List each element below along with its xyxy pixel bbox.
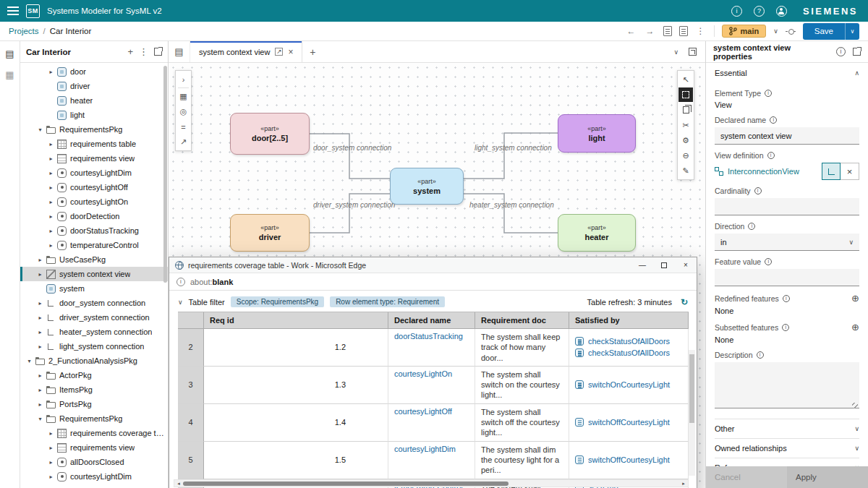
chevron-right-icon[interactable]: ▸ — [35, 314, 45, 321]
description-textarea[interactable] — [715, 362, 859, 408]
explorer-overflow-icon[interactable] — [139, 46, 148, 57]
section-references[interactable]: References — [715, 458, 859, 466]
browse-view-definition-button[interactable] — [822, 163, 841, 180]
expand-owned-relationships-icon[interactable] — [854, 445, 859, 452]
declared-name-link[interactable]: courtesyLightOn — [394, 369, 452, 378]
chevron-right-icon[interactable]: ▸ — [35, 343, 45, 350]
section-essential[interactable]: Essential — [715, 63, 859, 82]
edge-browser-window[interactable]: requirements coverage table - Work - Mic… — [169, 257, 697, 488]
table-filter-label[interactable]: Table filter — [189, 298, 225, 307]
tree-item-system-context-view[interactable]: ▸system context view — [20, 267, 168, 281]
tree-item-alldoorsclosed[interactable]: ▸allDoorsClosed — [20, 455, 168, 469]
diagram-node-light[interactable]: «part» light — [558, 114, 636, 153]
cut-tool-icon[interactable] — [678, 118, 693, 132]
tree-item-courtesylightdim[interactable]: ▸courtesyLightDim — [20, 166, 168, 180]
library-panel-icon[interactable] — [5, 69, 14, 80]
diagram-node-system[interactable]: «part» system — [390, 168, 464, 205]
info-icon[interactable]: i — [731, 6, 742, 17]
tree-item-door-system-connection[interactable]: ▸door_system connection — [20, 296, 168, 310]
feature-value-info-icon[interactable] — [765, 258, 772, 265]
cancel-button[interactable]: Cancel — [706, 466, 787, 488]
tree-item-heater[interactable]: heater — [20, 93, 168, 108]
satisfied-by-link[interactable]: checkStatusOfAllDoors — [588, 348, 670, 357]
direction-select[interactable] — [715, 234, 859, 251]
model-tree-icon[interactable] — [5, 48, 14, 59]
chevron-right-icon[interactable]: ▸ — [46, 141, 56, 147]
light-system-connector[interactable] — [464, 133, 558, 179]
maximize-window-icon[interactable] — [653, 257, 675, 273]
edit-tool-icon[interactable] — [678, 163, 693, 178]
help-icon[interactable]: ? — [754, 6, 765, 17]
chevron-right-icon[interactable]: ▸ — [46, 213, 56, 220]
anchor-tool-icon[interactable] — [176, 105, 190, 119]
declared-name-info-icon[interactable] — [770, 116, 777, 124]
satisfied-by-link[interactable]: switchOffCourtesyLight — [588, 455, 670, 464]
chevron-down-icon[interactable]: ▾ — [35, 416, 45, 422]
tree-item-requirements-coverage-table[interactable]: ▸requirements coverage table — [20, 426, 168, 440]
tree-item-temperaturecontrol[interactable]: ▸temperatureControl — [20, 238, 168, 252]
chevron-right-icon[interactable]: ▸ — [46, 170, 56, 176]
diagram-settings-icon[interactable] — [678, 133, 693, 147]
collapse-section-icon[interactable] — [854, 69, 859, 77]
chevron-right-icon[interactable]: ▸ — [46, 242, 56, 249]
table-horizontal-scrollbar[interactable] — [174, 479, 689, 487]
close-window-icon[interactable] — [675, 257, 697, 273]
cardinality-info-icon[interactable] — [754, 187, 762, 194]
satisfied-by-item[interactable]: switchOffCourtesyLight — [575, 455, 682, 464]
minimize-window-icon[interactable] — [631, 257, 653, 273]
diagram-node-heater[interactable]: «part» heater — [558, 214, 636, 252]
remove-element-icon[interactable] — [678, 148, 693, 163]
tab-list-dropdown-icon[interactable] — [673, 48, 678, 56]
tab-close-icon[interactable] — [288, 47, 293, 57]
tree-item-courtesylightoff[interactable]: ▸courtesyLightOff — [20, 180, 168, 194]
feature-value-input[interactable] — [715, 269, 859, 286]
tree-item-driver[interactable]: driver — [20, 79, 168, 93]
user-account-icon[interactable] — [776, 6, 787, 17]
tree-item-requirements-table[interactable]: ▸requirements table — [20, 137, 168, 151]
direction-info-icon[interactable] — [748, 223, 755, 230]
direction-dropdown-icon[interactable] — [848, 239, 854, 246]
tree-item-door[interactable]: ▸door — [20, 64, 168, 79]
redefined-features-info-icon[interactable] — [783, 295, 790, 302]
tree-item-doordetection[interactable]: ▸doorDetection — [20, 209, 168, 223]
commit-compare-icon[interactable] — [786, 26, 796, 36]
dependency-tool-icon[interactable] — [176, 135, 190, 149]
explorer-scrollbar[interactable] — [163, 66, 167, 283]
browser-address-bar[interactable]: i about:blank — [169, 273, 697, 291]
select-tool-icon[interactable] — [678, 72, 693, 87]
branch-dropdown-icon[interactable] — [773, 27, 778, 35]
chevron-right-icon[interactable]: ▸ — [35, 300, 45, 307]
element-type-info-icon[interactable] — [765, 90, 772, 97]
col-header-req-id[interactable]: Req id — [204, 312, 388, 329]
horizontal-scroll-thumb[interactable] — [183, 481, 509, 486]
filter-collapse-icon[interactable] — [178, 299, 183, 306]
chevron-right-icon[interactable]: ▸ — [35, 329, 45, 335]
save-dropdown-icon[interactable] — [845, 23, 859, 40]
description-info-icon[interactable] — [757, 351, 764, 359]
tree-item-requirements-view[interactable]: ▸requirements view — [20, 151, 168, 166]
scroll-right-arrow-icon[interactable] — [679, 481, 688, 487]
chevron-right-icon[interactable]: ▸ — [46, 199, 56, 205]
tree-item-doorstatustracking[interactable]: ▸doorStatusTracking — [20, 223, 168, 238]
satisfied-by-link[interactable]: checkStatusOfAllDoors — [588, 337, 670, 346]
tree-item-heater-system-connection[interactable]: ▸heater_system connection — [20, 325, 168, 339]
detach-properties-icon[interactable] — [853, 48, 861, 56]
chevron-right-icon[interactable]: ▸ — [46, 459, 56, 466]
hamburger-menu-icon[interactable] — [7, 7, 19, 15]
chevron-right-icon[interactable]: ▸ — [35, 401, 45, 408]
chevron-right-icon[interactable]: ▸ — [46, 69, 56, 75]
col-header-requirement-doc[interactable]: Requirement doc — [475, 312, 569, 329]
cardinality-input[interactable] — [715, 198, 859, 215]
table-vertical-scrollbar[interactable] — [689, 350, 695, 476]
satisfied-by-item[interactable]: switchOnCourtesyLight — [575, 380, 682, 389]
detach-panel-icon[interactable] — [154, 48, 162, 56]
tree-item-portspkg[interactable]: ▸PortsPkg — [20, 397, 168, 411]
properties-info-icon[interactable] — [836, 47, 846, 56]
refresh-icon[interactable] — [681, 297, 688, 307]
requirement-row[interactable]: 31.3courtesyLightOnThe system shall swit… — [178, 367, 689, 404]
diagram-palette-icon[interactable] — [169, 41, 190, 62]
tree-item-itemspkg[interactable]: ▸ItemsPkg — [20, 382, 168, 397]
requirement-row[interactable]: 51.5courtesyLightDimThe system shall dim… — [178, 442, 689, 479]
tree-item-requirementspkg[interactable]: ▾RequirementsPkg — [20, 411, 168, 426]
requirement-row[interactable]: 41.4courtesyLightOffThe system shall swi… — [178, 404, 689, 442]
